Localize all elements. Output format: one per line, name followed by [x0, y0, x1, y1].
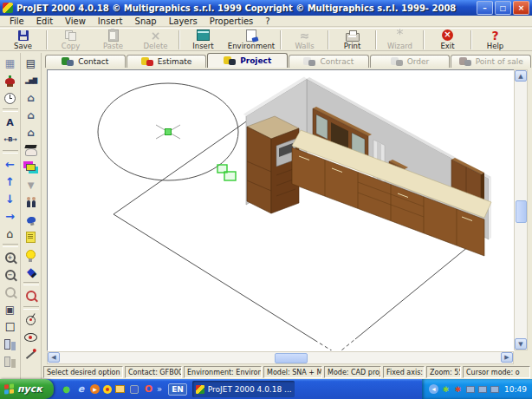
chart-button[interactable] [22, 72, 40, 89]
render-button[interactable] [22, 211, 40, 228]
insertion-point-marker [156, 125, 180, 139]
home-view-button[interactable] [1, 225, 19, 242]
icq-icon[interactable] [103, 385, 112, 394]
clock-icon [4, 93, 16, 104]
house-2-button[interactable] [22, 107, 40, 124]
restore-button[interactable] [495, 1, 511, 15]
internet-explorer-icon[interactable] [75, 383, 87, 395]
print-button[interactable]: Print [331, 29, 373, 50]
house-3-button[interactable] [22, 124, 40, 141]
tab-estimate[interactable]: Estimate [127, 55, 207, 68]
quick-launch-overflow[interactable]: » [157, 384, 162, 394]
viewport-button[interactable] [1, 301, 19, 318]
light-button[interactable] [22, 245, 40, 263]
horizontal-scroll-thumb[interactable] [275, 353, 308, 363]
flower-button[interactable] [1, 72, 19, 89]
help-button[interactable]: Help [474, 29, 516, 50]
worktop-button[interactable] [22, 55, 40, 72]
vertical-scroll-thumb[interactable] [516, 200, 527, 223]
estimate-tab-icon [141, 56, 154, 67]
menu-insert[interactable]: Insert [92, 16, 129, 26]
home-icon [6, 227, 13, 240]
pan-down-button[interactable] [1, 190, 19, 207]
cabinets-alt-button[interactable] [1, 353, 19, 370]
menu-layers[interactable]: Layers [163, 16, 204, 26]
wizard-tool-button[interactable] [22, 141, 40, 159]
horizontal-scrollbar[interactable]: ◀ ▶ [47, 351, 514, 364]
close-button[interactable] [513, 1, 529, 15]
menu-properties[interactable]: Properties [204, 16, 260, 26]
tray-network-icon-2[interactable] [478, 386, 487, 393]
tray-network-icon-3[interactable] [490, 386, 499, 393]
media-player-icon[interactable] [90, 384, 100, 394]
dimension-button[interactable] [1, 131, 19, 148]
menu-view[interactable]: View [59, 16, 92, 26]
customers-button[interactable] [22, 193, 40, 211]
menu-edit[interactable]: Edit [30, 16, 59, 26]
view-button[interactable] [22, 329, 40, 346]
zoom-window-button[interactable] [1, 284, 19, 301]
house-1-button[interactable] [22, 89, 40, 107]
tray-icon-green[interactable] [441, 384, 451, 394]
kitchen-render[interactable] [243, 77, 491, 257]
notes-icon [26, 232, 36, 243]
tray-network-icon-1[interactable] [466, 386, 475, 393]
pan-left-button[interactable] [1, 155, 19, 173]
paste-button[interactable]: Paste [92, 29, 134, 50]
wizard-button[interactable]: Wizard [379, 29, 421, 50]
app-shortcut-icon[interactable] [130, 385, 139, 394]
walls-button[interactable]: Walls [283, 29, 326, 50]
pan-right-button[interactable] [1, 207, 19, 225]
pan-up-button[interactable] [1, 173, 19, 190]
copy-button[interactable]: Copy [49, 29, 92, 50]
hide-tray-icons-button[interactable] [429, 384, 438, 394]
opera-icon[interactable] [143, 383, 154, 395]
tab-order[interactable]: Order [370, 55, 451, 68]
projet-task-button[interactable]: ProJET 2000 4.0.18 ... [192, 381, 295, 397]
folder-icon[interactable] [115, 385, 125, 393]
pointer-button[interactable] [22, 311, 40, 329]
layers-button[interactable] [22, 159, 40, 176]
environment-button[interactable]: Environment [224, 29, 278, 50]
scroll-left-button[interactable]: ◀ [48, 352, 60, 363]
zoom-out-button[interactable] [1, 266, 19, 284]
form-button[interactable] [1, 55, 19, 72]
render-icon [26, 215, 36, 223]
fullscreen-button[interactable] [1, 318, 19, 336]
language-indicator[interactable]: EN [168, 383, 187, 396]
insert-button[interactable]: Insert [182, 29, 224, 50]
messenger-icon[interactable] [61, 383, 72, 395]
cabinets-button[interactable] [1, 336, 19, 353]
start-button[interactable]: пуск [0, 379, 54, 399]
zoom-object-button[interactable] [22, 287, 40, 304]
tab-point-of-sale[interactable]: Point of sale [451, 55, 531, 68]
cad-canvas[interactable] [47, 69, 515, 351]
contract-tab-icon [303, 56, 316, 67]
toolbar-separator [375, 30, 377, 49]
delete-button[interactable]: Delete [134, 29, 177, 50]
notes-button[interactable] [22, 228, 40, 245]
tray-icon-red[interactable] [453, 384, 463, 394]
zoom-in-button[interactable] [1, 249, 19, 266]
scroll-down-button[interactable]: ▼ [515, 338, 527, 350]
scroll-up-button[interactable]: ▲ [515, 70, 527, 82]
text-button[interactable] [1, 114, 19, 131]
clock-button[interactable] [1, 89, 19, 107]
exit-button[interactable]: Exit [426, 29, 469, 50]
scroll-right-button[interactable]: ▶ [501, 352, 513, 363]
minimize-button[interactable] [477, 1, 493, 15]
toolbar-separator [423, 30, 425, 49]
materials-button[interactable] [22, 263, 40, 280]
menu-snap[interactable]: Snap [129, 16, 163, 26]
save-button[interactable]: Save [2, 29, 44, 50]
sidebar-separator [3, 150, 18, 154]
menu-file[interactable]: File [3, 16, 30, 26]
tab-contact[interactable]: Contact [45, 55, 126, 68]
measure-button[interactable] [22, 346, 40, 363]
selection-handles[interactable] [217, 165, 236, 180]
menu-help[interactable]: ? [259, 16, 276, 26]
dropdown-button[interactable] [22, 176, 40, 193]
vertical-scrollbar[interactable]: ▲ ▼ [514, 69, 528, 350]
tab-project[interactable]: Project [207, 53, 288, 68]
tab-contract[interactable]: Contract [289, 55, 369, 68]
